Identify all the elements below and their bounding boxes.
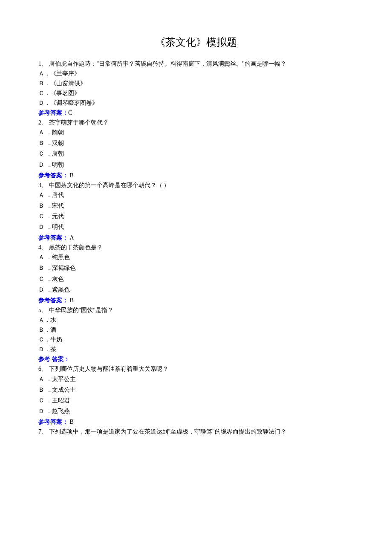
option-b: Ｂ ．文成公主 [38,385,354,395]
answer-label: 参考答案： [38,234,68,241]
answer-label: 参考答案： [38,419,68,425]
option-c: Ｃ ．王昭君 [38,396,354,405]
question-number: 4、 [38,244,47,251]
page-title: 《茶文化》模拟题 [38,34,354,51]
answer-line: 参考答案： B [38,171,354,180]
question-body: 中华民族的"国饮"是指？ [49,307,113,313]
question-body: 唐伯虎自作题诗："日常何所事？茗碗自矜持。料得南窗下，清风满鬓丝。"的画是哪一幅… [49,61,286,67]
question-text: 7、 下列选项中，那一项是道家为了要在茶道达到"至虚极，守静笃"的境界而提出的致… [38,427,354,436]
answer-value: B [68,172,74,179]
answer-line: 参考答案：C [38,108,354,118]
option-b: Ｂ ．汉朝 [38,138,354,148]
question-text: 4、 黑茶的干茶颜色是？ [38,243,354,252]
option-c: Ｃ ．元代 [38,211,354,221]
question-number: 7、 [38,428,47,435]
option-c: Ｃ ．灰色 [38,274,354,284]
answer-line: 参考答案： B [38,417,354,427]
answer-label: 参考答案： [38,172,68,179]
option-d: Ｄ ．赵飞燕 [38,406,354,416]
question-text: 6、 下列哪位历史人物与酥油茶有着重大关系呢？ [38,364,354,374]
answer-label: 参考答案： [38,297,68,304]
option-d: Ｄ．茶 [38,344,354,354]
question-7: 7、 下列选项中，那一项是道家为了要在茶道达到"至虚极，守静笃"的境界而提出的致… [38,427,354,436]
option-a: Ａ ．太平公主 [38,374,354,384]
option-a: Ａ．水 [38,315,354,325]
option-d: Ｄ ．紫黑色 [38,285,354,295]
question-text: 1、 唐伯虎自作题诗："日常何所事？茗碗自矜持。料得南窗下，清风满鬓丝。"的画是… [38,59,354,69]
answer-value: B [68,419,74,425]
question-number: 5、 [38,307,47,313]
option-b: Ｂ．酒 [38,325,354,335]
question-number: 3、 [38,182,47,188]
answer-line: 参考答案： B [38,295,354,305]
option-a: Ａ ．隋朝 [38,127,354,137]
answer-value: B [68,297,74,304]
question-text: 5、 中华民族的"国饮"是指？ [38,305,354,315]
question-body: 茶字萌芽于哪个朝代？ [49,119,109,126]
option-b: Ｂ ．深褐绿色 [38,263,354,273]
answer-value: A [68,234,74,241]
question-number: 6、 [38,366,47,372]
option-a: Ａ．《兰亭序》 [38,69,354,78]
option-b: Ｂ．《山窗清供》 [38,78,354,88]
question-text: 2、 茶字萌芽于哪个朝代？ [38,118,354,127]
answer-label: 参考答案： [38,110,68,116]
option-a: Ａ ．纯黑色 [38,252,354,262]
question-body: 下列哪位历史人物与酥油茶有着重大关系呢？ [49,366,168,372]
option-d: Ｄ ．明朝 [38,160,354,170]
option-d: Ｄ．《调琴啜茗图卷》 [38,98,354,108]
answer-value: C [68,110,72,116]
question-body: 中国茶文化的第一个高峰是在哪个朝代？（ ） [49,182,170,188]
question-number: 2、 [38,119,47,126]
option-c: Ｃ ．唐朝 [38,149,354,159]
question-2: 2、 茶字萌芽于哪个朝代？ Ａ ．隋朝 Ｂ ．汉朝 Ｃ ．唐朝 Ｄ ．明朝 参考… [38,118,354,180]
question-4: 4、 黑茶的干茶颜色是？ Ａ ．纯黑色 Ｂ ．深褐绿色 Ｃ ．灰色 Ｄ ．紫黑色… [38,243,354,305]
question-body: 下列选项中，那一项是道家为了要在茶道达到"至虚极，守静笃"的境界而提出的致静法门… [49,428,286,435]
option-c: Ｃ．牛奶 [38,335,354,344]
answer-line: 参考答案： A [38,233,354,243]
answer-label: 参考 答案： [38,356,70,362]
question-1: 1、 唐伯虎自作题诗："日常何所事？茗碗自矜持。料得南窗下，清风满鬓丝。"的画是… [38,59,354,118]
question-number: 1、 [38,61,47,67]
option-a: Ａ ．唐代 [38,190,354,200]
answer-line: 参考 答案： [38,354,354,364]
question-6: 6、 下列哪位历史人物与酥油茶有着重大关系呢？ Ａ ．太平公主 Ｂ ．文成公主 … [38,364,354,427]
question-5: 5、 中华民族的"国饮"是指？ Ａ．水 Ｂ．酒 Ｃ．牛奶 Ｄ．茶 参考 答案： [38,305,354,364]
option-b: Ｂ ．宋代 [38,201,354,211]
option-d: Ｄ ．明代 [38,222,354,232]
option-c: Ｃ．《事茗图》 [38,88,354,98]
question-body: 黑茶的干茶颜色是？ [49,244,103,251]
question-3: 3、 中国茶文化的第一个高峰是在哪个朝代？（ ） Ａ ．唐代 Ｂ ．宋代 Ｃ ．… [38,180,354,243]
question-text: 3、 中国茶文化的第一个高峰是在哪个朝代？（ ） [38,180,354,190]
